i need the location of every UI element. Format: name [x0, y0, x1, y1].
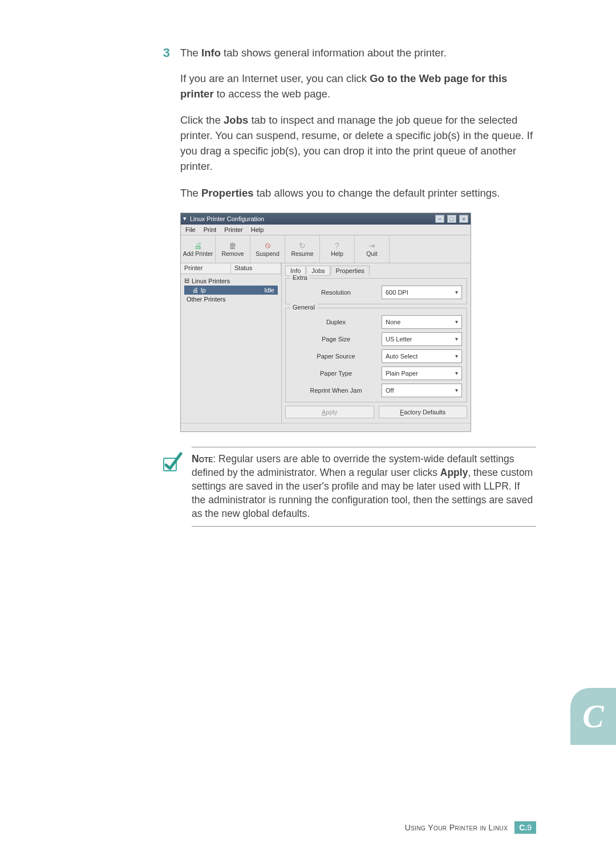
paragraph-jobs: Click the Jobs tab to inspect and manage… — [180, 113, 536, 174]
screenshot-window: ▾ Linux Printer Configuration − □ × File… — [180, 213, 471, 432]
resize-grip[interactable] — [181, 423, 471, 431]
para3-suffix: tab allows you to change the default pri… — [254, 187, 500, 199]
chevron-down-icon: ▾ — [455, 289, 458, 295]
add-printer-label: Add Printer — [183, 250, 213, 257]
paragraph-web: If you are an Internet user, you can cli… — [180, 71, 536, 102]
chevron-down-icon: ▾ — [455, 370, 458, 376]
printer-add-icon: 🖨 — [194, 241, 202, 250]
para3-prefix: The — [180, 187, 201, 199]
chevron-down-icon: ▾ — [455, 319, 458, 325]
duplex-select[interactable]: None▾ — [382, 315, 462, 329]
page-num: 9 — [527, 823, 532, 832]
page-letter: C. — [519, 823, 527, 832]
paragraph-properties: The Properties tab allows you to change … — [180, 186, 536, 201]
remove-button[interactable]: 🗑Remove — [216, 235, 250, 263]
paper-type-label: Paper Type — [290, 370, 382, 377]
step-prefix: The — [180, 47, 201, 59]
minimize-icon[interactable]: − — [435, 215, 444, 223]
page-number: C.9 — [514, 821, 536, 834]
paper-type-value: Plain Paper — [386, 370, 418, 377]
menu-print[interactable]: Print — [204, 226, 217, 233]
menu-file[interactable]: File — [185, 226, 196, 233]
resume-icon: ↻ — [299, 241, 306, 250]
reprint-select[interactable]: Off▾ — [382, 384, 462, 397]
duplex-label: Duplex — [290, 319, 382, 325]
window-title: Linux Printer Configuration — [190, 215, 264, 222]
help-label: Help — [331, 250, 343, 257]
quit-label: Quit — [366, 250, 377, 257]
chevron-down-icon: ▾ — [455, 336, 458, 342]
printer-remove-icon: 🗑 — [229, 241, 237, 250]
menu-printer[interactable]: Printer — [224, 226, 242, 233]
help-icon: ? — [335, 241, 339, 250]
resolution-value: 600 DPI — [386, 289, 408, 296]
menubar: File Print Printer Help — [181, 225, 471, 235]
add-printer-button[interactable]: 🖨Add Printer — [181, 235, 216, 263]
step-number: 3 — [160, 46, 170, 60]
tab-jobs[interactable]: Jobs — [306, 266, 330, 276]
page-size-value: US Letter — [386, 336, 412, 343]
paper-type-select[interactable]: Plain Paper▾ — [382, 366, 462, 380]
page-size-select[interactable]: US Letter▾ — [382, 332, 462, 346]
window-titlebar[interactable]: ▾ Linux Printer Configuration − □ × — [181, 213, 471, 225]
step-text: The Info tab shows general information a… — [180, 46, 447, 61]
quit-icon: ⇥ — [368, 241, 375, 250]
apply-label-rest: pply — [326, 409, 337, 415]
group-general: General Duplex None▾ Page Size US Letter… — [285, 308, 467, 402]
resolution-label: Resolution — [290, 289, 382, 296]
apply-button[interactable]: Apply — [285, 406, 374, 418]
step-suffix: tab shows general information about the … — [221, 47, 447, 59]
suspend-label: Suspend — [256, 250, 279, 257]
resume-button[interactable]: ↻Resume — [285, 235, 320, 263]
tree-printer-lp[interactable]: 🖨lpIdle — [184, 286, 278, 295]
tab-properties[interactable]: Properties — [331, 266, 370, 276]
help-button[interactable]: ?Help — [320, 235, 355, 263]
lp-name: lp — [201, 287, 206, 294]
section-tab: C — [570, 688, 616, 745]
stop-icon: ⦸ — [265, 241, 270, 250]
footer-text: Using Your Printer in Linux — [405, 823, 508, 832]
printer-header[interactable]: Printer — [181, 263, 231, 274]
step-info-word: Info — [201, 47, 221, 59]
note-text: Note: Regular users are able to override… — [192, 447, 536, 527]
para2-bold: Jobs — [224, 114, 248, 126]
paper-source-select[interactable]: Auto Select▾ — [382, 349, 462, 363]
group-general-title: General — [290, 304, 317, 311]
toolbar: 🖨Add Printer 🗑Remove ⦸Suspend ↻Resume ?H… — [181, 235, 471, 263]
suspend-button[interactable]: ⦸Suspend — [250, 235, 285, 263]
tree-linux-printers[interactable]: ⊟Linux Printers — [184, 276, 278, 286]
para1-prefix: If you are an Internet user, you can cli… — [180, 72, 370, 84]
note-label: Note — [192, 453, 213, 464]
linux-printers-label: Linux Printers — [192, 278, 230, 284]
para3-bold: Properties — [201, 187, 254, 199]
other-printers-label: Other Printers — [184, 296, 225, 303]
chevron-down-icon: ▾ — [455, 387, 458, 393]
duplex-value: None — [386, 319, 400, 325]
quit-button[interactable]: ⇥Quit — [355, 235, 390, 263]
printer-icon: 🖨 — [192, 287, 198, 294]
note-check-icon — [160, 447, 184, 473]
properties-panel: Info Jobs Properties Extra Resolution 60… — [282, 263, 471, 423]
paper-source-value: Auto Select — [386, 353, 418, 360]
reprint-label: Reprint When Jam — [290, 387, 382, 394]
group-extra-title: Extra — [290, 274, 310, 281]
chevron-down-icon: ▾ — [183, 215, 187, 222]
lp-status: Idle — [264, 287, 278, 294]
menu-help[interactable]: Help — [251, 226, 264, 233]
note-apply: Apply — [440, 467, 468, 478]
paper-source-label: Paper Source — [290, 353, 382, 360]
status-header[interactable]: Status — [231, 263, 281, 274]
para1-suffix: to access the web page. — [214, 88, 331, 100]
resolution-select[interactable]: 600 DPI▾ — [382, 286, 462, 299]
remove-label: Remove — [221, 250, 244, 257]
maximize-icon[interactable]: □ — [447, 215, 456, 223]
page-size-label: Page Size — [290, 336, 382, 343]
reprint-value: Off — [386, 387, 394, 394]
para2-prefix: Click the — [180, 114, 224, 126]
factory-defaults-label-rest: actory Defaults — [404, 409, 445, 415]
close-icon[interactable]: × — [459, 215, 468, 223]
tree-other-printers[interactable]: Other Printers — [184, 295, 278, 304]
group-extra: Extra Resolution 600 DPI▾ — [285, 278, 467, 304]
folder-expanded-icon: ⊟ — [184, 277, 189, 284]
factory-defaults-button[interactable]: Factory Defaults — [379, 406, 468, 418]
